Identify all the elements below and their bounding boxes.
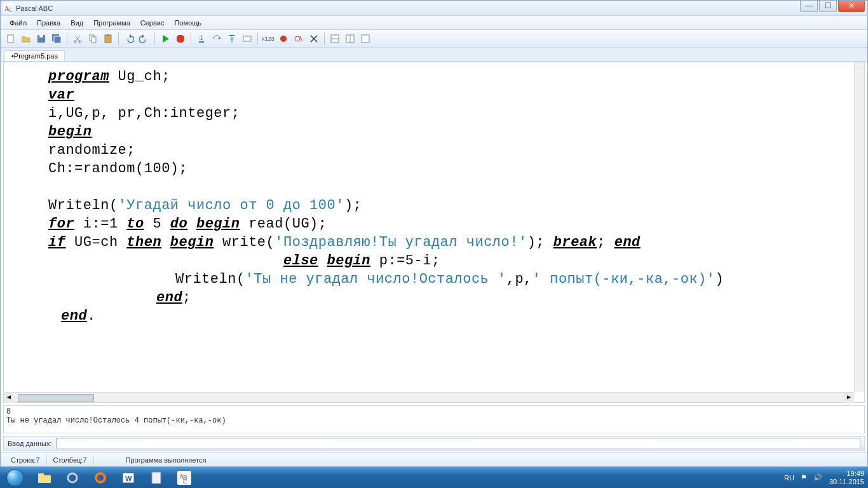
- scroll-left-button[interactable]: ◄: [4, 393, 14, 403]
- toolbar: x123: [1, 30, 867, 48]
- paste-button[interactable]: [102, 32, 114, 45]
- svg-marker-14: [177, 35, 184, 43]
- taskbar-pascalabc[interactable]: ABC: [171, 468, 198, 487]
- new-file-button[interactable]: [4, 32, 17, 45]
- layout-button-1[interactable]: [329, 32, 341, 45]
- lang-indicator[interactable]: RU: [784, 474, 794, 482]
- svg-rect-13: [107, 34, 109, 36]
- tray-clock[interactable]: 19:4930.11.2015: [829, 470, 864, 486]
- stop-button[interactable]: [174, 32, 187, 45]
- tab-bar: •Program5.pas: [1, 48, 867, 62]
- taskbar-notepad[interactable]: [143, 468, 170, 487]
- breakpoint-button[interactable]: [277, 32, 290, 45]
- open-file-button[interactable]: [20, 32, 32, 45]
- eval-button[interactable]: x123: [262, 32, 275, 45]
- svg-rect-15: [199, 41, 204, 43]
- input-field[interactable]: [56, 438, 860, 449]
- system-tray[interactable]: RU ⚑ 🔊 19:4930.11.2015: [781, 470, 868, 486]
- svg-rect-24: [362, 35, 369, 43]
- cut-button[interactable]: [71, 32, 84, 45]
- watch-button[interactable]: [241, 32, 254, 45]
- app-window: AC Pascal ABC — ☐ ✕ Файл Правка Вид Прог…: [0, 0, 868, 467]
- svg-text:C: C: [183, 478, 187, 485]
- taskbar-word[interactable]: W: [115, 468, 142, 487]
- layout-button-3[interactable]: [359, 32, 372, 45]
- svg-text:W: W: [125, 475, 132, 482]
- svg-rect-32: [152, 472, 161, 484]
- redo-button[interactable]: [138, 32, 151, 45]
- undo-button[interactable]: [123, 32, 135, 45]
- svg-text:C: C: [8, 6, 13, 13]
- menu-file[interactable]: Файл: [4, 16, 32, 30]
- step-into-button[interactable]: [195, 32, 208, 45]
- scroll-thumb[interactable]: [18, 394, 94, 402]
- copy-button[interactable]: [86, 32, 99, 45]
- status-column: Столбец: 7: [47, 454, 94, 466]
- svg-rect-5: [39, 35, 43, 37]
- svg-rect-16: [229, 35, 234, 36]
- taskbar[interactable]: W ABC RU ⚑ 🔊 19:4930.11.2015: [0, 467, 868, 488]
- window-title: Pascal ABC: [16, 4, 865, 12]
- tab-program5[interactable]: •Program5.pas: [4, 50, 65, 61]
- svg-point-19: [295, 36, 300, 41]
- svg-point-18: [280, 36, 287, 42]
- step-over-button[interactable]: [210, 32, 223, 45]
- menubar: Файл Правка Вид Программа Сервис Помощь: [1, 16, 867, 30]
- run-button[interactable]: [159, 32, 172, 45]
- step-out-button[interactable]: [226, 32, 238, 45]
- clear-breakpoints-button[interactable]: [292, 32, 305, 45]
- minimize-button[interactable]: —: [800, 1, 818, 12]
- save-button[interactable]: [35, 32, 48, 45]
- taskbar-explorer[interactable]: [31, 468, 58, 487]
- save-all-button[interactable]: [50, 32, 63, 45]
- app-icon: AC: [3, 3, 13, 13]
- tray-volume-icon[interactable]: 🔊: [813, 473, 822, 482]
- output-line: Ты не угадал число!Осталось 4 попыт(-ки,…: [6, 416, 862, 425]
- input-bar: Ввод данных:: [3, 436, 865, 451]
- status-state: Программа выполняется: [119, 454, 213, 466]
- start-button[interactable]: [0, 467, 31, 488]
- svg-rect-17: [243, 36, 251, 41]
- menu-service[interactable]: Сервис: [135, 16, 170, 30]
- input-label: Ввод данных:: [8, 440, 52, 447]
- taskbar-firefox[interactable]: [87, 468, 114, 487]
- scroll-right-button[interactable]: ►: [844, 393, 854, 403]
- code-editor[interactable]: program Ug_ch; var i,UG,p, pr,Ch:integer…: [4, 62, 864, 392]
- status-line: Строка: 7: [4, 454, 47, 466]
- menu-edit[interactable]: Правка: [32, 16, 65, 30]
- windows-orb-icon: [6, 469, 24, 487]
- svg-point-29: [97, 475, 104, 481]
- svg-rect-7: [54, 36, 61, 43]
- horizontal-scrollbar[interactable]: ◄ ►: [4, 392, 854, 402]
- tray-flag-icon[interactable]: ⚑: [801, 473, 807, 482]
- menu-program[interactable]: Программа: [88, 16, 135, 30]
- output-panel[interactable]: 8 Ты не угадал число!Осталось 4 попыт(-к…: [3, 405, 865, 433]
- editor-panel: program Ug_ch; var i,UG,p, pr,Ch:integer…: [3, 62, 865, 403]
- svg-rect-26: [38, 473, 44, 477]
- close-button[interactable]: ✕: [838, 1, 865, 12]
- layout-button-2[interactable]: [344, 32, 356, 45]
- svg-point-27: [68, 473, 77, 482]
- svg-rect-11: [92, 37, 96, 43]
- vertical-scrollbar[interactable]: [854, 62, 864, 392]
- clear-output-button[interactable]: [308, 32, 320, 45]
- taskbar-gear[interactable]: [59, 468, 86, 487]
- menu-help[interactable]: Помощь: [169, 16, 207, 30]
- menu-view[interactable]: Вид: [65, 16, 88, 30]
- titlebar[interactable]: AC Pascal ABC: [1, 1, 867, 16]
- svg-rect-3: [8, 35, 13, 43]
- status-bar: Строка: 7 Столбец: 7 Программа выполняет…: [1, 452, 867, 466]
- maximize-button[interactable]: ☐: [819, 1, 837, 12]
- output-line: 8: [6, 407, 862, 416]
